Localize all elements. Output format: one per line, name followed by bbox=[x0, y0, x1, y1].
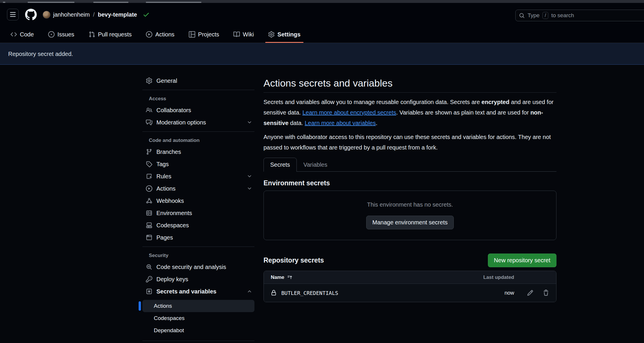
sidebar-item-tags[interactable]: Tags bbox=[142, 158, 254, 170]
github-logo-icon[interactable] bbox=[25, 9, 37, 20]
hamburger-menu-button[interactable] bbox=[7, 9, 19, 20]
tab-actions[interactable]: Actions bbox=[144, 26, 176, 43]
sidebar-item-pages[interactable]: Pages bbox=[142, 231, 254, 244]
chevron-down-icon bbox=[247, 120, 252, 125]
tab-label: Code bbox=[20, 31, 34, 38]
comment-discussion-icon bbox=[146, 119, 152, 126]
intro-text: Secrets and variables allow you to manag… bbox=[263, 99, 481, 105]
three-bars-icon bbox=[10, 11, 16, 18]
breadcrumb-repo-link[interactable]: bevy-template bbox=[98, 11, 137, 18]
sidebar-item-label: Rules bbox=[156, 173, 243, 180]
tab-code[interactable]: Code bbox=[9, 26, 36, 43]
sidebar-section-code-and-automation: Code and automation bbox=[142, 132, 254, 146]
owner-avatar[interactable] bbox=[43, 11, 50, 19]
sidebar-section-security: Security bbox=[142, 247, 254, 261]
git-pull-request-icon bbox=[89, 31, 95, 38]
repo-nav: Code Issues Pull requests Actions Projec… bbox=[0, 26, 644, 43]
delete-secret-button[interactable] bbox=[543, 290, 549, 296]
tab-secrets[interactable]: Secrets bbox=[263, 158, 297, 172]
key-icon bbox=[146, 276, 152, 282]
sidebar-item-label: Collaborators bbox=[156, 107, 252, 114]
sidebar-item-collaborators[interactable]: Collaborators bbox=[142, 104, 254, 116]
trash-icon bbox=[543, 290, 549, 296]
sidebar-item-label: Secrets and variables bbox=[156, 288, 243, 295]
sidebar-section-access: Access bbox=[142, 90, 254, 104]
breadcrumb: janhohenheim / bevy-template bbox=[43, 11, 150, 19]
secret-name: BUTLER_CREDENTIALS bbox=[281, 290, 338, 296]
chevron-down-icon bbox=[247, 186, 252, 191]
sidebar-subitem-actions[interactable]: Actions bbox=[142, 300, 254, 312]
tab-settings[interactable]: Settings bbox=[266, 26, 302, 43]
sidebar-item-general[interactable]: General bbox=[142, 75, 254, 87]
collaborator-access-paragraph: Anyone with collaborator access to this … bbox=[263, 132, 556, 153]
pencil-icon bbox=[527, 290, 533, 296]
sidebar-subitem-label: Actions bbox=[154, 303, 172, 309]
global-search-input[interactable]: Type / to search bbox=[515, 10, 644, 21]
play-icon bbox=[146, 31, 152, 38]
environment-secrets-heading: Environment secrets bbox=[263, 179, 556, 187]
search-placeholder-after: to search bbox=[551, 12, 574, 19]
flash-notice-banner: Repository secret added. bbox=[0, 43, 644, 65]
link-learn-variables[interactable]: Learn more about variables bbox=[305, 120, 376, 126]
sidebar-item-label: Webhooks bbox=[156, 198, 252, 204]
breadcrumb-owner-link[interactable]: janhohenheim bbox=[53, 11, 90, 18]
codespaces-icon bbox=[146, 222, 152, 228]
sidebar-item-label: Environments bbox=[156, 210, 252, 217]
column-header-name[interactable]: Name bbox=[271, 275, 476, 280]
commit-check-icon[interactable] bbox=[143, 11, 150, 18]
sidebar-item-label: Tags bbox=[156, 161, 252, 168]
search-icon bbox=[519, 13, 525, 18]
link-learn-encrypted-secrets[interactable]: Learn more about encrypted secrets bbox=[302, 109, 396, 116]
tab-variables[interactable]: Variables bbox=[297, 158, 334, 172]
tab-wiki[interactable]: Wiki bbox=[232, 26, 256, 43]
sidebar-item-label: Pages bbox=[156, 234, 252, 241]
sidebar-item-environments[interactable]: Environments bbox=[142, 207, 254, 219]
sidebar-item-codespaces[interactable]: Codespaces bbox=[142, 219, 254, 231]
sidebar-item-label: Actions bbox=[156, 185, 243, 192]
breadcrumb-separator: / bbox=[93, 11, 95, 18]
settings-page-content: General Access Collaborators Moderation … bbox=[0, 65, 644, 343]
browser-chrome-strip bbox=[0, 0, 644, 3]
tab-pull-requests[interactable]: Pull requests bbox=[87, 26, 134, 43]
tab-projects[interactable]: Projects bbox=[187, 26, 221, 43]
sidebar-item-rules[interactable]: Rules bbox=[142, 170, 254, 182]
manage-environment-secrets-button[interactable]: Manage environment secrets bbox=[366, 216, 454, 229]
tag-icon bbox=[146, 161, 152, 167]
sidebar-subitem-label: Dependabot bbox=[154, 327, 184, 334]
tab-label: Actions bbox=[155, 31, 174, 38]
sidebar-item-label: Branches bbox=[156, 149, 252, 155]
table-header-row: Name Last updated bbox=[264, 271, 556, 284]
intro-text: . bbox=[376, 120, 378, 126]
tab-issues[interactable]: Issues bbox=[46, 26, 76, 43]
intro-bold-encrypted: encrypted bbox=[481, 99, 509, 105]
tab-label: Settings bbox=[278, 31, 301, 38]
sidebar-item-deploy-keys[interactable]: Deploy keys bbox=[142, 273, 254, 285]
sidebar-item-webhooks[interactable]: Webhooks bbox=[142, 195, 254, 207]
edit-secret-button[interactable] bbox=[527, 290, 533, 296]
code-scan-icon bbox=[146, 264, 152, 270]
sidebar-item-branches[interactable]: Branches bbox=[142, 146, 254, 158]
new-repository-secret-button[interactable]: New repository secret bbox=[488, 254, 556, 267]
table-row: BUTLER_CREDENTIALS now bbox=[264, 284, 556, 302]
main-panel: Actions secrets and variables Secrets an… bbox=[263, 78, 556, 302]
slash-key-hint: / bbox=[542, 12, 548, 19]
tab-label: Issues bbox=[57, 31, 74, 38]
search-placeholder-before: Type bbox=[528, 12, 540, 19]
sidebar-subitem-codespaces[interactable]: Codespaces bbox=[142, 312, 254, 324]
sidebar-subitem-dependabot[interactable]: Dependabot bbox=[142, 324, 254, 337]
chevron-down-icon bbox=[247, 174, 252, 179]
sidebar-item-moderation-options[interactable]: Moderation options bbox=[142, 116, 254, 129]
table-icon bbox=[189, 31, 195, 38]
gear-icon bbox=[268, 31, 275, 38]
git-branch-icon bbox=[146, 149, 152, 155]
sidebar-item-label: Moderation options bbox=[156, 119, 243, 126]
page-title: Actions secrets and variables bbox=[263, 78, 556, 93]
tab-label: Pull requests bbox=[98, 31, 132, 38]
sidebar-item-secrets-and-variables[interactable]: Secrets and variables bbox=[142, 285, 254, 298]
column-header-last-updated: Last updated bbox=[476, 275, 514, 280]
tab-label: Wiki bbox=[243, 31, 254, 38]
sidebar-item-code-security-and-analysis[interactable]: Code security and analysis bbox=[142, 261, 254, 273]
secrets-variables-tabnav: Secrets Variables bbox=[263, 157, 556, 172]
code-icon bbox=[11, 31, 17, 38]
sidebar-item-actions[interactable]: Actions bbox=[142, 182, 254, 195]
